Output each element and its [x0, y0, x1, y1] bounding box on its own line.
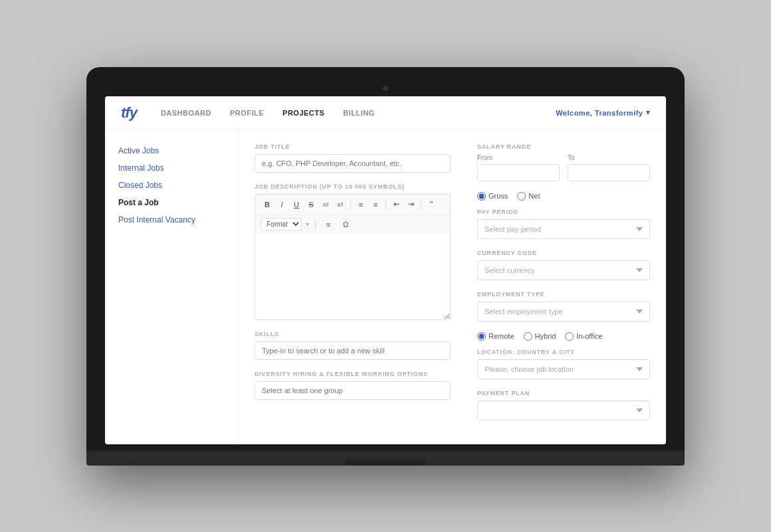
gross-radio-label[interactable]: Gross — [477, 192, 508, 201]
net-label: Net — [528, 192, 540, 200]
payment-plan-select[interactable] — [477, 400, 650, 420]
toolbar-indent-in[interactable]: ⇥ — [404, 198, 417, 211]
hybrid-radio-label[interactable]: Hybrid — [524, 332, 556, 341]
job-title-label: JOB TITLE — [255, 143, 451, 150]
net-radio[interactable] — [517, 192, 526, 201]
nav-projects[interactable]: PROJECTS — [282, 109, 324, 117]
salary-range-group: SALARY RANGE From To — [477, 143, 650, 181]
inoffice-radio[interactable] — [565, 332, 574, 341]
editor-toolbar: B I U S x2 x2 ≡ ≡ — [255, 194, 451, 215]
hybrid-radio[interactable] — [524, 332, 532, 341]
currency-select[interactable]: Select currency — [477, 260, 650, 280]
toolbar-arrow: ▾ — [306, 221, 309, 228]
nav-billing[interactable]: BILLING — [343, 109, 375, 117]
editor-toolbar-row2: Format ▾ ≡ Ω — [255, 215, 451, 234]
toolbar-ul[interactable]: ≡ — [369, 198, 382, 211]
toolbar-divider-4 — [315, 219, 316, 230]
job-title-input[interactable] — [255, 154, 451, 173]
form-right: SALARY RANGE From To — [477, 143, 650, 431]
inoffice-label: In-office — [576, 332, 602, 340]
skills-label: SKILLS — [255, 331, 451, 337]
pay-period-label: Pay Period — [477, 209, 650, 215]
hybrid-label: Hybrid — [535, 332, 556, 340]
salary-range-label: SALARY RANGE — [477, 143, 650, 150]
sidebar-item-post-job[interactable]: Post a Job — [118, 198, 225, 207]
job-desc-label: JOB DESCRIPTION (UP TO 10 000 SYMBOLS) — [255, 183, 451, 190]
payment-plan-group: PAYMENT PLAN — [477, 390, 650, 420]
location-select[interactable]: Please, choose job location — [477, 359, 650, 379]
salary-to-input[interactable] — [568, 164, 650, 181]
form-columns: JOB TITLE JOB DESCRIPTION (UP TO 10 000 … — [255, 143, 650, 431]
gross-net-group: Gross Net — [477, 192, 650, 201]
salary-from-label: From — [477, 154, 560, 161]
laptop-base — [86, 451, 685, 466]
logo: tfy — [121, 104, 137, 122]
inoffice-radio-label[interactable]: In-office — [565, 332, 602, 341]
toolbar-bold[interactable]: B — [261, 198, 274, 211]
payment-plan-label: PAYMENT PLAN — [477, 390, 650, 397]
sidebar-item-internal-jobs[interactable]: Internal Jobs — [118, 163, 225, 173]
format-select[interactable]: Format — [261, 218, 302, 230]
editor-body[interactable]: ⌟ — [255, 234, 451, 320]
nav-dashboard[interactable]: DASHBOARD — [161, 109, 211, 117]
sidebar-item-active-jobs[interactable]: Active Jobs — [118, 146, 225, 155]
gross-label: Gross — [489, 192, 508, 200]
toolbar-ol[interactable]: ≡ — [354, 198, 368, 211]
nav-profile[interactable]: PROFILE — [230, 109, 264, 117]
pay-period-select[interactable]: Select pay period — [477, 219, 650, 239]
pay-period-group: Pay Period Select pay period — [477, 209, 650, 239]
laptop-screen: tfy DASHBOARD PROFILE PROJECTS BILLING W… — [105, 96, 666, 444]
gross-radio[interactable] — [477, 192, 486, 201]
salary-from-input[interactable] — [477, 164, 560, 181]
toolbar-strike[interactable]: S — [304, 198, 318, 211]
currency-label: Currency Code — [477, 250, 650, 256]
skills-input[interactable] — [255, 341, 451, 360]
screen-content: tfy DASHBOARD PROFILE PROJECTS BILLING W… — [105, 96, 666, 444]
remote-radio-label[interactable]: Remote — [477, 332, 514, 341]
content-area: JOB TITLE JOB DESCRIPTION (UP TO 10 000 … — [238, 130, 666, 444]
sidebar: Active Jobs Internal Jobs Closed Jobs Po… — [105, 130, 238, 444]
remote-radio[interactable] — [477, 332, 486, 341]
diversity-group: DIVERSITY HIRING & FLEXIBLE WORKING OPTI… — [255, 371, 451, 400]
employment-label: EMPLOYMENT TYPE — [477, 291, 650, 298]
toolbar-underline[interactable]: U — [290, 198, 303, 211]
toolbar-omega[interactable]: Ω — [339, 218, 352, 231]
toolbar-sub[interactable]: x2 — [319, 198, 332, 211]
nav-welcome[interactable]: Welcome, Transformify ▾ — [556, 108, 650, 117]
salary-to-label: To — [568, 154, 650, 161]
net-radio-label[interactable]: Net — [517, 192, 540, 201]
employment-select[interactable]: Select employment type — [477, 302, 650, 321]
toolbar-indent-out[interactable]: ⇤ — [389, 198, 403, 211]
main-layout: Active Jobs Internal Jobs Closed Jobs Po… — [105, 130, 666, 444]
salary-row: From To — [477, 154, 650, 181]
toolbar-divider-2 — [386, 199, 386, 210]
job-desc-group: JOB DESCRIPTION (UP TO 10 000 SYMBOLS) B… — [255, 183, 451, 320]
location-group: LOCATION: COUNTRY & CITY Please, choose … — [477, 349, 650, 379]
currency-group: Currency Code Select currency — [477, 250, 650, 280]
form-left: JOB TITLE JOB DESCRIPTION (UP TO 10 000 … — [255, 143, 451, 431]
screen-bezel: tfy DASHBOARD PROFILE PROJECTS BILLING W… — [98, 79, 673, 451]
skills-group: SKILLS — [255, 331, 451, 360]
sidebar-item-post-internal[interactable]: Post Internal Vacancy — [118, 215, 225, 224]
employment-group: EMPLOYMENT TYPE Select employment type — [477, 291, 650, 321]
toolbar-align[interactable]: ≡ — [322, 218, 335, 231]
toolbar-divider-3 — [421, 199, 421, 210]
diversity-label: DIVERSITY HIRING & FLEXIBLE WORKING OPTI… — [255, 371, 451, 377]
camera — [383, 86, 388, 91]
toolbar-quote[interactable]: " — [425, 198, 438, 211]
location-label: LOCATION: COUNTRY & CITY — [477, 349, 650, 355]
toolbar-italic[interactable]: I — [275, 198, 288, 211]
work-mode-group: Remote Hybrid In-office — [477, 332, 650, 341]
salary-from-col: From — [477, 154, 560, 181]
salary-to-col: To — [568, 154, 650, 181]
sidebar-item-closed-jobs[interactable]: Closed Jobs — [118, 181, 225, 190]
navbar: tfy DASHBOARD PROFILE PROJECTS BILLING W… — [105, 96, 666, 130]
toolbar-divider-1 — [350, 199, 351, 210]
remote-label: Remote — [489, 332, 514, 340]
toolbar-sup[interactable]: x2 — [334, 198, 347, 211]
editor-resize[interactable]: ⌟ — [442, 311, 449, 318]
job-title-group: JOB TITLE — [255, 143, 451, 173]
diversity-input[interactable] — [255, 381, 451, 400]
laptop-frame: tfy DASHBOARD PROFILE PROJECTS BILLING W… — [86, 67, 685, 466]
